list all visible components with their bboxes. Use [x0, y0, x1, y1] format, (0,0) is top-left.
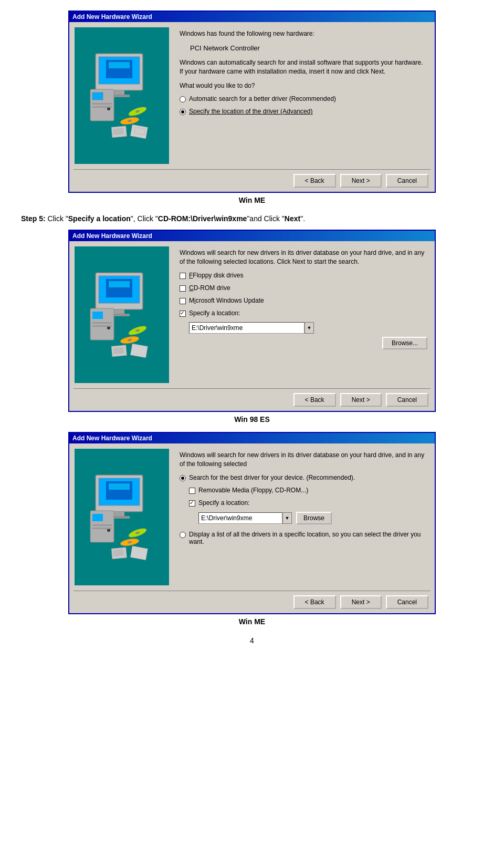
- dialog3-chk-specify-label: Specify a location:: [198, 499, 249, 507]
- dialog3-back-button[interactable]: < Back: [293, 595, 336, 609]
- dialog1-back-button[interactable]: < Back: [293, 174, 336, 188]
- dialog2-chk-cdrom-label: CD-ROM drive: [189, 284, 230, 292]
- dialog3-radio1[interactable]: [180, 475, 186, 481]
- dialog2-browse-button[interactable]: Browse...: [382, 337, 427, 349]
- dialog3-checkbox-specify[interactable]: [189, 500, 195, 507]
- step5-bold3: Next: [285, 214, 300, 223]
- dialog1-radio1-label: Automatic search for a better driver (Re…: [189, 95, 336, 102]
- dialog2-checkbox-specify[interactable]: [180, 311, 186, 317]
- svg-rect-44: [109, 483, 130, 490]
- dialog1-text-area: Windows has found the following new hard…: [177, 27, 429, 164]
- dialog1-buttons: < Back Next > Cancel: [69, 170, 435, 192]
- dialog3-text-area: Windows will search for new drivers in i…: [177, 449, 429, 585]
- svg-rect-12: [92, 106, 112, 108]
- dialog2-chk-specify[interactable]: Specify a location:: [180, 309, 427, 317]
- dialog2-description: Windows will search for new drivers in i…: [180, 249, 427, 266]
- dialog2-location-input[interactable]: [189, 322, 304, 334]
- dialog3-next-button[interactable]: Next >: [340, 595, 382, 609]
- dialog2-caption: Win 98 ES: [21, 415, 483, 424]
- dialog3-chk-removable[interactable]: Removable Media (Floppy, CD-ROM...): [189, 487, 427, 494]
- dialog2-chk-winupdate[interactable]: Microsoft Windows Update: [180, 297, 427, 304]
- dialog1-cancel-button[interactable]: Cancel: [386, 174, 428, 188]
- dialog2-checkbox-cdrom[interactable]: [180, 285, 186, 292]
- svg-rect-56: [130, 546, 148, 560]
- dialog3-dropdown-arrow[interactable]: ▼: [282, 512, 292, 524]
- svg-rect-31: [92, 322, 112, 324]
- dialog3-buttons: < Back Next > Cancel: [69, 591, 435, 613]
- dialog2-next-button[interactable]: Next >: [340, 393, 382, 407]
- dialog1: Add New Hardware Wizard: [68, 11, 436, 193]
- dialog1-radio1[interactable]: [180, 96, 186, 102]
- dialog2-dropdown-arrow[interactable]: ▼: [304, 322, 314, 334]
- dialog3: Add New Hardware Wizard: [68, 432, 436, 614]
- svg-rect-4: [109, 62, 130, 68]
- svg-rect-39: [113, 348, 123, 354]
- dialog1-radio2-option[interactable]: Specify the location of the driver (Adva…: [180, 108, 427, 115]
- dialog1-image: [75, 27, 169, 164]
- dialog2: Add New Hardware Wizard: [68, 230, 436, 412]
- svg-rect-37: [130, 344, 148, 358]
- dialog1-caption: Win ME: [21, 196, 483, 204]
- svg-rect-11: [92, 103, 112, 105]
- dialog3-radio2[interactable]: [180, 532, 186, 538]
- step5-bold1: Specify a location: [68, 214, 131, 223]
- dialog1-radio1-option[interactable]: Automatic search for a better driver (Re…: [180, 95, 427, 102]
- dialog2-buttons: < Back Next > Cancel: [69, 389, 435, 411]
- svg-rect-26: [114, 309, 124, 314]
- svg-rect-45: [114, 512, 124, 516]
- dialog2-chk-floppy[interactable]: FFloppy disk drives: [180, 272, 427, 279]
- dialog1-title: Add New Hardware Wizard: [72, 13, 152, 20]
- svg-rect-58: [113, 550, 123, 556]
- dialog3-cancel-button[interactable]: Cancel: [386, 595, 428, 609]
- svg-rect-50: [92, 524, 112, 526]
- step5-prefix: Step 5:: [21, 214, 46, 223]
- dialog3-chk-specify[interactable]: Specify a location:: [189, 499, 427, 507]
- dialog1-next-button[interactable]: Next >: [340, 174, 382, 188]
- dialog2-location-row: ▼: [189, 322, 427, 334]
- dialog1-hardware-found: Windows has found the following new hard…: [180, 29, 427, 38]
- page-number: 4: [21, 636, 483, 645]
- dialog2-chk-floppy-label: FFloppy disk drives: [189, 272, 243, 279]
- dialog3-location-row: ▼ Browse: [198, 512, 427, 524]
- svg-rect-51: [92, 528, 112, 529]
- dialog3-image: [75, 449, 169, 585]
- dialog2-cancel-button[interactable]: Cancel: [386, 393, 428, 407]
- dialog3-checkbox-removable[interactable]: [189, 488, 195, 494]
- dialog1-radio2-label: Specify the location of the driver (Adva…: [189, 108, 312, 115]
- dialog2-back-button[interactable]: < Back: [293, 393, 336, 407]
- dialog2-checkbox-winupdate[interactable]: [180, 298, 186, 304]
- svg-rect-5: [114, 90, 124, 95]
- dialog3-radio1-label: Search for the best driver for your devi…: [189, 474, 355, 481]
- dialog3-location-input[interactable]: [198, 512, 282, 524]
- dialog1-description: Windows can automatically search for and…: [180, 58, 427, 76]
- dialog2-checkbox-floppy[interactable]: [180, 273, 186, 279]
- dialog2-chk-specify-label: Specify a location:: [189, 309, 240, 317]
- dialog1-question: What would you like to do?: [180, 81, 427, 90]
- dialog3-radio1-option[interactable]: Search for the best driver for your devi…: [180, 474, 427, 481]
- svg-rect-20: [113, 128, 123, 135]
- dialog2-chk-cdrom[interactable]: CD-ROM drive: [180, 284, 427, 292]
- dialog2-image: [75, 246, 169, 383]
- dialog3-description: Windows will search for new drivers in i…: [180, 451, 427, 469]
- svg-rect-48: [92, 514, 103, 521]
- dialog3-radio2-option[interactable]: Display a list of all the drivers in a s…: [180, 531, 427, 545]
- dialog2-text-area: Windows will search for new drivers in i…: [177, 246, 429, 383]
- dialog3-chk-removable-label: Removable Media (Floppy, CD-ROM...): [198, 487, 308, 494]
- dialog2-title: Add New Hardware Wizard: [72, 232, 152, 240]
- dialog3-caption: Win ME: [21, 617, 483, 626]
- dialog1-hardware-name: PCI Network Controller: [190, 44, 427, 53]
- dialog2-browse-row: Browse...: [180, 337, 427, 349]
- dialog3-radio2-label: Display a list of all the drivers in a s…: [189, 531, 427, 545]
- dialog3-title: Add New Hardware Wizard: [72, 435, 152, 442]
- step5-text: Step 5: Click "Specify a location", Clic…: [21, 213, 483, 224]
- dialog2-titlebar: Add New Hardware Wizard: [69, 231, 435, 241]
- dialog2-chk-winupdate-label: Microsoft Windows Update: [189, 297, 264, 304]
- svg-rect-8: [92, 92, 103, 100]
- dialog1-radio2[interactable]: [180, 109, 186, 115]
- svg-rect-32: [92, 325, 112, 327]
- svg-rect-25: [109, 281, 130, 287]
- svg-rect-29: [92, 312, 103, 319]
- step5-bold2: CD-ROM:\Driver\win9xme: [158, 214, 247, 223]
- dialog3-titlebar: Add New Hardware Wizard: [69, 433, 435, 443]
- dialog3-browse-button[interactable]: Browse: [296, 512, 332, 524]
